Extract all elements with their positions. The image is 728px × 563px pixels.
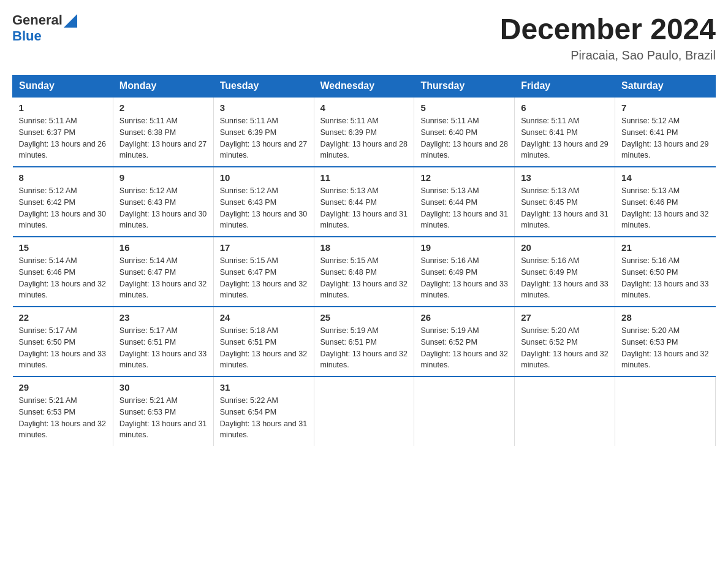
calendar-cell: 14 Sunrise: 5:13 AMSunset: 6:46 PMDaylig… — [615, 167, 716, 237]
day-number: 25 — [320, 312, 408, 323]
logo-blue: Blue — [12, 28, 42, 44]
day-info: Sunrise: 5:16 AMSunset: 6:49 PMDaylight:… — [420, 255, 508, 301]
calendar-cell: 19 Sunrise: 5:16 AMSunset: 6:49 PMDaylig… — [414, 237, 515, 307]
calendar-cell — [615, 377, 716, 446]
calendar-cell — [515, 377, 615, 446]
day-number: 11 — [320, 172, 408, 183]
logo-triangle-icon — [64, 14, 77, 28]
calendar-cell — [414, 377, 515, 446]
day-info: Sunrise: 5:13 AMSunset: 6:44 PMDaylight:… — [320, 185, 408, 231]
day-info: Sunrise: 5:11 AMSunset: 6:38 PMDaylight:… — [119, 115, 207, 161]
day-number: 22 — [19, 312, 107, 323]
day-info: Sunrise: 5:11 AMSunset: 6:37 PMDaylight:… — [19, 115, 107, 161]
header-wednesday: Wednesday — [314, 75, 414, 98]
day-number: 23 — [119, 312, 207, 323]
day-info: Sunrise: 5:13 AMSunset: 6:45 PMDaylight:… — [521, 185, 609, 231]
day-info: Sunrise: 5:14 AMSunset: 6:46 PMDaylight:… — [19, 255, 107, 301]
day-number: 2 — [119, 102, 207, 113]
calendar-week-1: 1 Sunrise: 5:11 AMSunset: 6:37 PMDayligh… — [13, 97, 716, 167]
calendar-cell: 23 Sunrise: 5:17 AMSunset: 6:51 PMDaylig… — [113, 307, 213, 377]
day-number: 13 — [521, 172, 609, 183]
day-number: 7 — [621, 102, 709, 113]
calendar-week-4: 22 Sunrise: 5:17 AMSunset: 6:50 PMDaylig… — [13, 307, 716, 377]
day-info: Sunrise: 5:20 AMSunset: 6:52 PMDaylight:… — [521, 325, 609, 371]
day-info: Sunrise: 5:12 AMSunset: 6:42 PMDaylight:… — [19, 185, 107, 231]
day-number: 9 — [119, 172, 207, 183]
day-info: Sunrise: 5:12 AMSunset: 6:43 PMDaylight:… — [220, 185, 308, 231]
day-number: 12 — [420, 172, 508, 183]
day-info: Sunrise: 5:17 AMSunset: 6:51 PMDaylight:… — [119, 325, 207, 371]
day-number: 16 — [119, 242, 207, 253]
day-info: Sunrise: 5:11 AMSunset: 6:39 PMDaylight:… — [220, 115, 308, 161]
calendar-cell: 13 Sunrise: 5:13 AMSunset: 6:45 PMDaylig… — [515, 167, 615, 237]
calendar-cell: 25 Sunrise: 5:19 AMSunset: 6:51 PMDaylig… — [314, 307, 414, 377]
day-number: 20 — [521, 242, 609, 253]
calendar-cell: 3 Sunrise: 5:11 AMSunset: 6:39 PMDayligh… — [213, 97, 314, 167]
calendar-cell: 20 Sunrise: 5:16 AMSunset: 6:49 PMDaylig… — [515, 237, 615, 307]
svg-marker-0 — [64, 14, 77, 28]
title-block: December 2024 Piracaia, Sao Paulo, Brazi… — [500, 12, 716, 63]
day-number: 29 — [19, 382, 107, 393]
calendar-body: 1 Sunrise: 5:11 AMSunset: 6:37 PMDayligh… — [13, 97, 716, 446]
calendar-week-2: 8 Sunrise: 5:12 AMSunset: 6:42 PMDayligh… — [13, 167, 716, 237]
day-number: 28 — [621, 312, 709, 323]
calendar-subtitle: Piracaia, Sao Paulo, Brazil — [500, 48, 716, 63]
day-info: Sunrise: 5:17 AMSunset: 6:50 PMDaylight:… — [19, 325, 107, 371]
calendar-cell: 4 Sunrise: 5:11 AMSunset: 6:39 PMDayligh… — [314, 97, 414, 167]
day-info: Sunrise: 5:12 AMSunset: 6:41 PMDaylight:… — [621, 115, 709, 161]
calendar-cell — [314, 377, 414, 446]
day-number: 10 — [220, 172, 308, 183]
page-header: General Blue December 2024 Piracaia, Sao… — [12, 12, 716, 63]
calendar-cell: 21 Sunrise: 5:16 AMSunset: 6:50 PMDaylig… — [615, 237, 716, 307]
calendar-cell: 24 Sunrise: 5:18 AMSunset: 6:51 PMDaylig… — [213, 307, 314, 377]
day-number: 21 — [621, 242, 709, 253]
calendar-week-3: 15 Sunrise: 5:14 AMSunset: 6:46 PMDaylig… — [13, 237, 716, 307]
calendar-cell: 18 Sunrise: 5:15 AMSunset: 6:48 PMDaylig… — [314, 237, 414, 307]
header-friday: Friday — [515, 75, 615, 98]
day-number: 5 — [420, 102, 508, 113]
day-number: 30 — [119, 382, 207, 393]
calendar-cell: 7 Sunrise: 5:12 AMSunset: 6:41 PMDayligh… — [615, 97, 716, 167]
day-info: Sunrise: 5:13 AMSunset: 6:44 PMDaylight:… — [420, 185, 508, 231]
day-info: Sunrise: 5:13 AMSunset: 6:46 PMDaylight:… — [621, 185, 709, 231]
calendar-cell: 30 Sunrise: 5:21 AMSunset: 6:53 PMDaylig… — [113, 377, 213, 446]
calendar-cell: 31 Sunrise: 5:22 AMSunset: 6:54 PMDaylig… — [213, 377, 314, 446]
day-number: 4 — [320, 102, 408, 113]
calendar-cell: 22 Sunrise: 5:17 AMSunset: 6:50 PMDaylig… — [13, 307, 113, 377]
day-number: 26 — [420, 312, 508, 323]
calendar-cell: 28 Sunrise: 5:20 AMSunset: 6:53 PMDaylig… — [615, 307, 716, 377]
calendar-cell: 29 Sunrise: 5:21 AMSunset: 6:53 PMDaylig… — [13, 377, 113, 446]
day-info: Sunrise: 5:19 AMSunset: 6:51 PMDaylight:… — [320, 325, 408, 371]
day-info: Sunrise: 5:15 AMSunset: 6:47 PMDaylight:… — [220, 255, 308, 301]
calendar-cell: 1 Sunrise: 5:11 AMSunset: 6:37 PMDayligh… — [13, 97, 113, 167]
day-info: Sunrise: 5:22 AMSunset: 6:54 PMDaylight:… — [220, 395, 308, 441]
calendar-title: December 2024 — [500, 12, 716, 46]
day-number: 1 — [19, 102, 107, 113]
day-number: 27 — [521, 312, 609, 323]
day-info: Sunrise: 5:11 AMSunset: 6:40 PMDaylight:… — [420, 115, 508, 161]
calendar-cell: 11 Sunrise: 5:13 AMSunset: 6:44 PMDaylig… — [314, 167, 414, 237]
calendar-cell: 8 Sunrise: 5:12 AMSunset: 6:42 PMDayligh… — [13, 167, 113, 237]
calendar-cell: 15 Sunrise: 5:14 AMSunset: 6:46 PMDaylig… — [13, 237, 113, 307]
day-info: Sunrise: 5:21 AMSunset: 6:53 PMDaylight:… — [119, 395, 207, 441]
calendar-cell: 2 Sunrise: 5:11 AMSunset: 6:38 PMDayligh… — [113, 97, 213, 167]
logo-block: General Blue — [12, 12, 77, 44]
day-number: 8 — [19, 172, 107, 183]
day-number: 18 — [320, 242, 408, 253]
day-number: 6 — [521, 102, 609, 113]
calendar-week-5: 29 Sunrise: 5:21 AMSunset: 6:53 PMDaylig… — [13, 377, 716, 446]
calendar-cell: 12 Sunrise: 5:13 AMSunset: 6:44 PMDaylig… — [414, 167, 515, 237]
day-info: Sunrise: 5:11 AMSunset: 6:39 PMDaylight:… — [320, 115, 408, 161]
calendar-cell: 27 Sunrise: 5:20 AMSunset: 6:52 PMDaylig… — [515, 307, 615, 377]
day-info: Sunrise: 5:14 AMSunset: 6:47 PMDaylight:… — [119, 255, 207, 301]
calendar-header-row: SundayMondayTuesdayWednesdayThursdayFrid… — [13, 75, 716, 98]
header-thursday: Thursday — [414, 75, 515, 98]
day-number: 3 — [220, 102, 308, 113]
calendar-cell: 16 Sunrise: 5:14 AMSunset: 6:47 PMDaylig… — [113, 237, 213, 307]
day-info: Sunrise: 5:19 AMSunset: 6:52 PMDaylight:… — [420, 325, 508, 371]
day-info: Sunrise: 5:11 AMSunset: 6:41 PMDaylight:… — [521, 115, 609, 161]
calendar-cell: 10 Sunrise: 5:12 AMSunset: 6:43 PMDaylig… — [213, 167, 314, 237]
calendar-cell: 26 Sunrise: 5:19 AMSunset: 6:52 PMDaylig… — [414, 307, 515, 377]
logo: General Blue — [12, 12, 77, 44]
calendar-cell: 5 Sunrise: 5:11 AMSunset: 6:40 PMDayligh… — [414, 97, 515, 167]
